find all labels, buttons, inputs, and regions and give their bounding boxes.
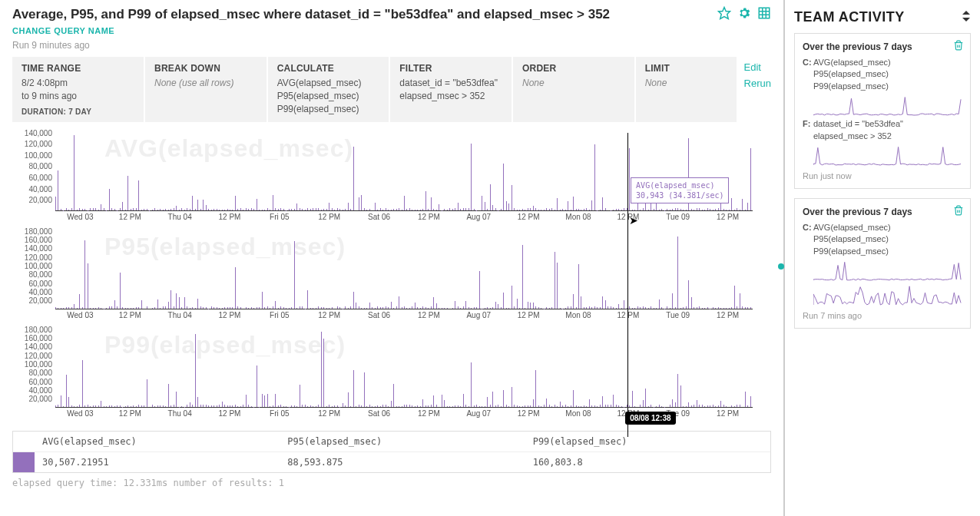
hover-tooltip: AVG(elapsed_msec) 30,943 (34.381/sec) bbox=[631, 177, 729, 203]
calculate-box[interactable]: CALCULATE AVG(elapsed_msec) P95(elapsed_… bbox=[268, 57, 389, 122]
time-badge: 08/08 12:38 bbox=[625, 412, 675, 425]
calc-line: AVG(elapsed_msec) bbox=[277, 77, 380, 90]
x-tick: 12 PM bbox=[119, 311, 141, 319]
svg-marker-0 bbox=[719, 8, 730, 19]
x-tick: Thu 04 bbox=[168, 213, 192, 221]
y-tick: 60,000 bbox=[28, 173, 52, 181]
order-title: ORDER bbox=[522, 63, 625, 74]
filter-title: FILTER bbox=[399, 63, 502, 74]
x-tick: 12 PM bbox=[219, 311, 241, 319]
x-tick: 12 PM bbox=[119, 213, 141, 221]
activity-calc-line: P95(elapsed_msec) bbox=[813, 68, 962, 80]
time-range-title: TIME RANGE bbox=[22, 63, 134, 74]
x-tick: 12 PM bbox=[617, 311, 639, 319]
y-tick: 140,000 bbox=[25, 342, 52, 351]
x-tick: Sat 06 bbox=[368, 409, 390, 418]
y-tick: 120,000 bbox=[25, 253, 52, 261]
y-tick: 140,000 bbox=[25, 128, 52, 137]
y-tick: 60,000 bbox=[28, 279, 52, 287]
x-tick: 12 PM bbox=[617, 213, 639, 221]
limit-box[interactable]: LIMIT None bbox=[636, 57, 737, 122]
y-tick: 40,000 bbox=[28, 386, 52, 395]
y-tick: 140,000 bbox=[25, 244, 52, 253]
y-tick: 20,000 bbox=[28, 296, 52, 305]
x-tick: 12 PM bbox=[318, 311, 340, 319]
table-icon[interactable] bbox=[757, 6, 771, 22]
edit-link[interactable]: Edit bbox=[744, 61, 771, 73]
calculate-title: CALCULATE bbox=[277, 63, 380, 74]
y-tick: 100,000 bbox=[25, 262, 52, 270]
breakdown-box[interactable]: BREAK DOWN None (use all rows) bbox=[145, 57, 267, 122]
sparkline bbox=[813, 283, 962, 306]
x-tick: 12 PM bbox=[717, 409, 739, 418]
order-box[interactable]: ORDER None bbox=[513, 57, 634, 122]
x-tick: Thu 04 bbox=[168, 409, 192, 418]
trash-icon[interactable] bbox=[953, 205, 964, 218]
x-tick: Wed 03 bbox=[67, 409, 93, 418]
x-tick: Mon 08 bbox=[565, 311, 591, 319]
x-tick: Wed 03 bbox=[67, 213, 93, 221]
activity-run-ago: Run just now bbox=[803, 171, 962, 180]
query-meta: elapsed query time: 12.331ms number of r… bbox=[12, 478, 771, 488]
chart-p95[interactable]: 180,000160,000140,000120,000100,00080,00… bbox=[12, 231, 771, 323]
x-tick: Aug 07 bbox=[466, 213, 491, 221]
x-tick: 12 PM bbox=[518, 213, 540, 221]
charts-area[interactable]: ➤ 140,000120,000100,00080,00060,00040,00… bbox=[12, 133, 771, 422]
x-tick: 12 PM bbox=[318, 409, 340, 418]
query-builder: TIME RANGE 8/2 4:08pm to 9 mins ago DURA… bbox=[12, 57, 771, 122]
calc-line: P99(elapsed_msec) bbox=[277, 103, 380, 116]
results-header: AVG(elapsed_msec) bbox=[35, 432, 280, 452]
x-tick: 12 PM bbox=[418, 213, 440, 221]
star-icon[interactable] bbox=[717, 6, 731, 22]
x-tick: Mon 08 bbox=[565, 409, 591, 418]
trash-icon[interactable] bbox=[953, 40, 964, 53]
activity-card[interactable]: Over the previous 7 daysC:AVG(elapsed_ms… bbox=[794, 198, 971, 329]
svg-marker-6 bbox=[962, 11, 970, 15]
x-tick: 12 PM bbox=[717, 213, 739, 221]
time-range-from: 8/2 4:08pm bbox=[22, 77, 134, 90]
time-range-duration: DURATION: 7 DAY bbox=[22, 108, 134, 116]
sparkline bbox=[813, 259, 962, 282]
y-tick: 40,000 bbox=[28, 288, 52, 296]
chart-p99[interactable]: 180,000160,000140,000120,000100,00080,00… bbox=[12, 329, 771, 422]
activity-card-title: Over the previous 7 days bbox=[803, 207, 962, 217]
calc-line: P95(elapsed_msec) bbox=[277, 90, 380, 103]
activity-calc-line: P95(elapsed_msec) bbox=[813, 233, 962, 245]
page-title: Average, P95, and P99 of elapsed_msec wh… bbox=[12, 6, 717, 23]
activity-calc-line: AVG(elapsed_msec) bbox=[813, 57, 962, 68]
activity-calc-line: AVG(elapsed_msec) bbox=[813, 222, 962, 233]
x-tick: 12 PM bbox=[418, 409, 440, 418]
x-tick: Mon 08 bbox=[565, 213, 591, 221]
rerun-link[interactable]: Rerun bbox=[744, 78, 771, 89]
x-tick: 12 PM bbox=[518, 409, 540, 418]
x-tick: 12 PM bbox=[219, 213, 241, 221]
y-tick: 40,000 bbox=[28, 184, 52, 193]
activity-card[interactable]: Over the previous 7 daysC:AVG(elapsed_ms… bbox=[794, 33, 971, 189]
limit-title: LIMIT bbox=[645, 63, 727, 74]
y-tick: 100,000 bbox=[25, 150, 52, 159]
change-query-name-link[interactable]: CHANGE QUERY NAME bbox=[12, 26, 717, 35]
filter-box[interactable]: FILTER dataset_id = "be53dfea" elapsed_m… bbox=[390, 57, 512, 122]
y-tick: 120,000 bbox=[25, 140, 52, 148]
filter-line: dataset_id = "be53dfea" bbox=[399, 77, 502, 90]
gear-icon[interactable] bbox=[737, 6, 751, 22]
x-tick: 12 PM bbox=[318, 213, 340, 221]
activity-card-title: Over the previous 7 days bbox=[803, 41, 962, 52]
results-cell: 88,593.875 bbox=[280, 452, 525, 472]
sparkline bbox=[813, 144, 962, 167]
y-tick: 100,000 bbox=[25, 360, 52, 369]
x-tick: Wed 03 bbox=[67, 311, 93, 319]
x-tick: Aug 07 bbox=[466, 409, 491, 418]
x-tick: 12 PM bbox=[518, 311, 540, 319]
x-tick: Tue 09 bbox=[666, 311, 690, 319]
y-tick: 20,000 bbox=[28, 196, 52, 204]
results-header: P95(elapsed_msec) bbox=[280, 432, 525, 452]
chart-avg[interactable]: 140,000120,000100,00080,00060,00040,0002… bbox=[12, 133, 771, 225]
tooltip-series: AVG(elapsed_msec) bbox=[636, 180, 723, 190]
time-range-box[interactable]: TIME RANGE 8/2 4:08pm to 9 mins ago DURA… bbox=[12, 57, 144, 122]
sort-toggle-icon[interactable] bbox=[962, 11, 971, 24]
y-tick: 20,000 bbox=[28, 395, 52, 403]
activity-run-ago: Run 7 mins ago bbox=[803, 311, 962, 320]
results-header: P99(elapsed_msec) bbox=[525, 432, 770, 452]
activity-filter-line: dataset_id = "be53dfea" bbox=[813, 118, 962, 130]
